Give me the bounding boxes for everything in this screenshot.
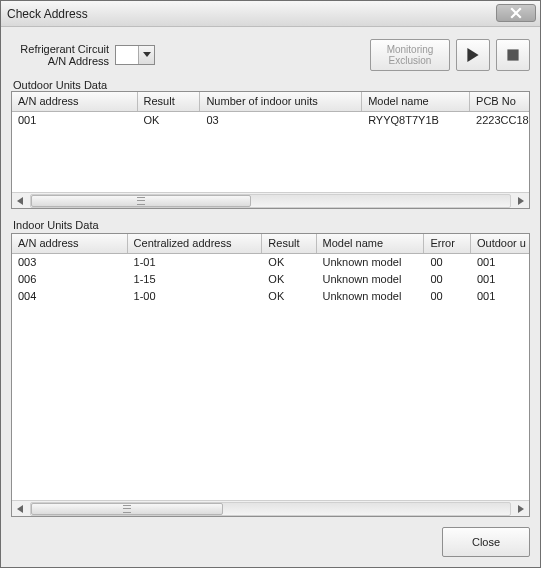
cell: OK [262, 254, 316, 271]
scroll-right-icon[interactable] [513, 194, 529, 208]
col-centralized[interactable]: Centralized address [128, 234, 263, 253]
indoor-body: 0031-01OKUnknown model000010061-15OKUnkn… [12, 254, 529, 500]
chevron-down-icon [143, 52, 151, 58]
cell: 001 [471, 288, 529, 305]
window-close-button[interactable] [496, 4, 536, 22]
cell: 001 [12, 112, 138, 129]
scroll-right-icon[interactable] [513, 502, 529, 516]
indoor-section-label: Indoor Units Data [11, 219, 530, 231]
cell: 00 [424, 288, 471, 305]
cell: OK [262, 288, 316, 305]
cell: OK [138, 112, 201, 129]
svg-rect-0 [507, 49, 518, 60]
col-an-address[interactable]: A/N address [12, 92, 138, 111]
col-in-model[interactable]: Model name [317, 234, 425, 253]
cell: 001 [471, 254, 529, 271]
scroll-thumb[interactable] [31, 503, 223, 515]
refrigerant-label-line1: Refrigerant Circuit [11, 43, 109, 55]
cell: 1-01 [128, 254, 263, 271]
cell: 001 [471, 271, 529, 288]
toolbar: Refrigerant Circuit A/N Address Monitori… [11, 35, 530, 75]
table-row[interactable]: 001OK03RYYQ8T7Y1B2223CC18 [12, 112, 529, 129]
table-row[interactable]: 0061-15OKUnknown model00001 [12, 271, 529, 288]
col-result[interactable]: Result [138, 92, 201, 111]
scroll-thumb[interactable] [31, 195, 251, 207]
cell: 004 [12, 288, 128, 305]
content: Refrigerant Circuit A/N Address Monitori… [1, 27, 540, 567]
play-icon [466, 48, 480, 62]
cell: 03 [200, 112, 362, 129]
outdoor-section-label: Outdoor Units Data [11, 79, 530, 91]
scroll-track[interactable] [30, 502, 511, 516]
titlebar[interactable]: Check Address [1, 1, 540, 27]
an-address-dropdown[interactable] [115, 45, 155, 65]
scroll-track[interactable] [30, 194, 511, 208]
cell: 006 [12, 271, 128, 288]
cell: 00 [424, 271, 471, 288]
monitoring-line1: Monitoring [387, 44, 434, 55]
scroll-left-icon[interactable] [12, 502, 28, 516]
outdoor-header[interactable]: A/N address Result Number of indoor unit… [12, 92, 529, 112]
cell: 1-15 [128, 271, 263, 288]
col-error[interactable]: Error [424, 234, 471, 253]
indoor-header[interactable]: A/N address Centralized address Result M… [12, 234, 529, 254]
refrigerant-label: Refrigerant Circuit A/N Address [11, 43, 109, 67]
window: Check Address Refrigerant Circuit A/N Ad… [0, 0, 541, 568]
cell: 00 [424, 254, 471, 271]
footer: Close [11, 517, 530, 557]
indoor-hscroll[interactable] [12, 500, 529, 516]
cell: Unknown model [317, 271, 425, 288]
close-button[interactable]: Close [442, 527, 530, 557]
cell: RYYQ8T7Y1B [362, 112, 470, 129]
play-button[interactable] [456, 39, 490, 71]
col-num-indoor[interactable]: Number of indoor units [200, 92, 362, 111]
table-row[interactable]: 0031-01OKUnknown model00001 [12, 254, 529, 271]
col-in-an-address[interactable]: A/N address [12, 234, 128, 253]
scroll-left-icon[interactable] [12, 194, 28, 208]
cell: 1-00 [128, 288, 263, 305]
monitoring-line2: Exclusion [389, 55, 432, 66]
stop-icon [506, 48, 520, 62]
dropdown-button[interactable] [138, 46, 154, 64]
close-icon [510, 7, 522, 19]
window-title: Check Address [7, 7, 88, 21]
cell: 003 [12, 254, 128, 271]
stop-button[interactable] [496, 39, 530, 71]
indoor-grid: A/N address Centralized address Result M… [11, 233, 530, 517]
close-button-label: Close [472, 536, 500, 548]
cell: 2223CC18 [470, 112, 529, 129]
outdoor-hscroll[interactable] [12, 192, 529, 208]
cell: Unknown model [317, 288, 425, 305]
refrigerant-label-line2: A/N Address [11, 55, 109, 67]
table-row[interactable]: 0041-00OKUnknown model00001 [12, 288, 529, 305]
col-outdoor[interactable]: Outdoor u [471, 234, 529, 253]
cell: Unknown model [317, 254, 425, 271]
col-pcb-no[interactable]: PCB No [470, 92, 529, 111]
outdoor-body: 001OK03RYYQ8T7Y1B2223CC18 [12, 112, 529, 192]
cell: OK [262, 271, 316, 288]
outdoor-grid: A/N address Result Number of indoor unit… [11, 91, 530, 209]
col-model-name[interactable]: Model name [362, 92, 470, 111]
col-in-result[interactable]: Result [262, 234, 316, 253]
monitoring-exclusion-button[interactable]: Monitoring Exclusion [370, 39, 450, 71]
